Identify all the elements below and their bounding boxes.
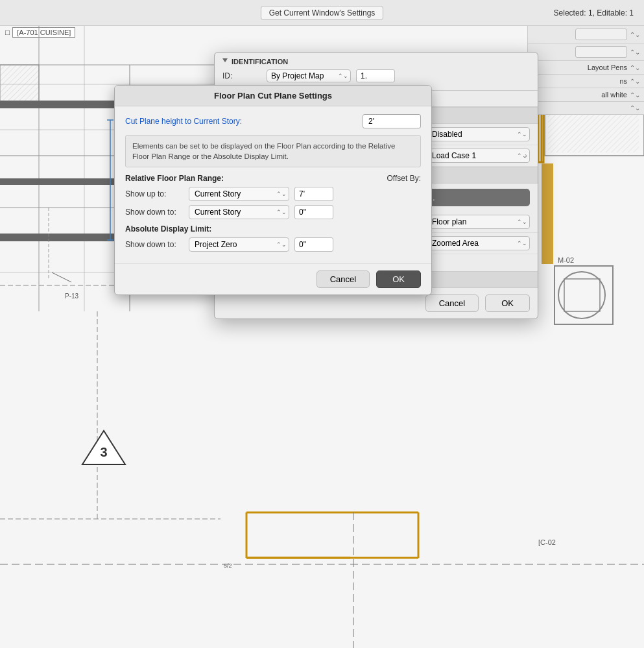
offset-by-label: Offset By: xyxy=(387,174,421,183)
svg-rect-16 xyxy=(0,65,39,104)
dimensioning-select[interactable]: Floor plan xyxy=(426,215,530,229)
get-current-window-button[interactable]: Get Current Window's Settings xyxy=(261,6,384,20)
main-dialog: IDENTIFICATION ID: By Project Map Floor … xyxy=(214,52,538,319)
show-up-to-select[interactable]: Current Story xyxy=(189,187,289,201)
cut-plane-dialog: Floor Plan Cut Plane Settings Cut Plane … xyxy=(114,85,432,295)
cut-height-label: Cut Plane height to Current Story: xyxy=(125,117,363,126)
rs-row-white: all white ⌃⌄ xyxy=(528,88,644,102)
show-up-to-offset[interactable] xyxy=(294,187,333,201)
svg-text:5/2: 5/2 xyxy=(224,562,232,569)
svg-rect-33 xyxy=(564,279,600,311)
analytical-model-select[interactable]: Disabled xyxy=(426,127,530,141)
zooming-select[interactable]: Zoomed Area xyxy=(426,236,530,250)
svg-rect-46 xyxy=(542,163,553,264)
rs-select-1[interactable] xyxy=(575,29,627,40)
analytical-model-wrapper: Disabled xyxy=(426,127,530,141)
svg-text:P-13: P-13 xyxy=(65,293,79,300)
rs-row-ns: ns ⌃⌄ xyxy=(528,75,644,88)
info-box: Elements can be set to be displayed on t… xyxy=(125,135,421,167)
drawing-area: □ [A-701 CUISINE] xyxy=(0,26,644,648)
abs-show-down-row: Show down to: Project Zero xyxy=(125,237,421,252)
show-up-to-label: Show up to: xyxy=(125,189,184,198)
load-case-select[interactable]: Load Case 1 xyxy=(426,149,530,163)
cut-height-input[interactable] xyxy=(363,114,421,128)
id-value-input[interactable] xyxy=(356,69,395,82)
title-bar: Get Current Window's Settings Selected: … xyxy=(0,0,644,26)
id-method-wrapper: By Project Map xyxy=(267,69,351,82)
show-down-to-select[interactable]: Current Story xyxy=(189,205,289,219)
cut-plane-title: Floor Plan Cut Plane Settings xyxy=(115,86,431,106)
show-up-to-wrapper: Current Story xyxy=(189,187,289,201)
identification-header: IDENTIFICATION xyxy=(222,58,530,66)
abs-show-down-label: Show down to: xyxy=(125,240,184,249)
main-ok-button[interactable]: OK xyxy=(485,294,530,312)
cut-plane-body: Cut Plane height to Current Story: Eleme… xyxy=(115,106,431,263)
svg-line-26 xyxy=(52,272,71,282)
cut-height-row: Cut Plane height to Current Story: xyxy=(125,114,421,128)
dimensioning-wrapper: Floor plan xyxy=(426,215,530,229)
identification-triangle-icon xyxy=(222,58,228,65)
rs-select-2[interactable] xyxy=(575,46,627,58)
cut-plane-ok-button[interactable]: OK xyxy=(376,270,421,288)
show-down-to-row: Show down to: Current Story xyxy=(125,205,421,219)
id-method-select[interactable]: By Project Map xyxy=(267,69,351,82)
svg-rect-31 xyxy=(555,266,613,324)
show-down-to-label: Show down to: xyxy=(125,208,184,217)
show-down-to-wrapper: Current Story xyxy=(189,205,289,219)
relative-header: Relative Floor Plan Range: Offset By: xyxy=(125,174,421,183)
identification-id-row: ID: By Project Map xyxy=(222,69,530,82)
main-cancel-button[interactable]: Cancel xyxy=(425,294,479,312)
show-down-to-offset[interactable] xyxy=(294,205,333,219)
rs-row-2: ⌃⌄ xyxy=(528,43,644,61)
cut-plane-buttons: Cancel OK xyxy=(115,263,431,294)
abs-show-down-wrapper: Project Zero xyxy=(189,237,289,252)
abs-show-down-select[interactable]: Project Zero xyxy=(189,237,289,252)
identification-label: IDENTIFICATION xyxy=(232,58,288,66)
load-case-wrapper: Load Case 1 › xyxy=(426,149,530,163)
relative-title: Relative Floor Plan Range: xyxy=(125,174,224,183)
svg-rect-18 xyxy=(0,101,130,108)
id-label: ID: xyxy=(222,71,261,80)
selected-info: Selected: 1, Editable: 1 xyxy=(554,8,634,18)
triangle-marker: 3 xyxy=(81,428,126,469)
cut-plane-cancel-button[interactable]: Cancel xyxy=(316,270,370,288)
rs-row-1: ⌃⌄ xyxy=(528,26,644,43)
svg-text:[C-02: [C-02 xyxy=(538,538,556,546)
svg-text:M-02: M-02 xyxy=(558,256,574,264)
abs-show-down-offset[interactable] xyxy=(294,237,333,252)
zooming-wrapper: Zoomed Area xyxy=(426,236,530,250)
rs-row-6: ⌃⌄ xyxy=(528,102,644,115)
show-up-to-row: Show up to: Current Story xyxy=(125,187,421,201)
svg-text:3: 3 xyxy=(100,445,107,459)
right-settings-panel: ⌃⌄ ⌃⌄ Layout Pens ⌃⌄ ns ⌃⌄ all white ⌃⌄ … xyxy=(527,26,644,115)
rs-row-layout-pens: Layout Pens ⌃⌄ xyxy=(528,61,644,75)
absolute-title: Absolute Display Limit: xyxy=(125,224,421,234)
